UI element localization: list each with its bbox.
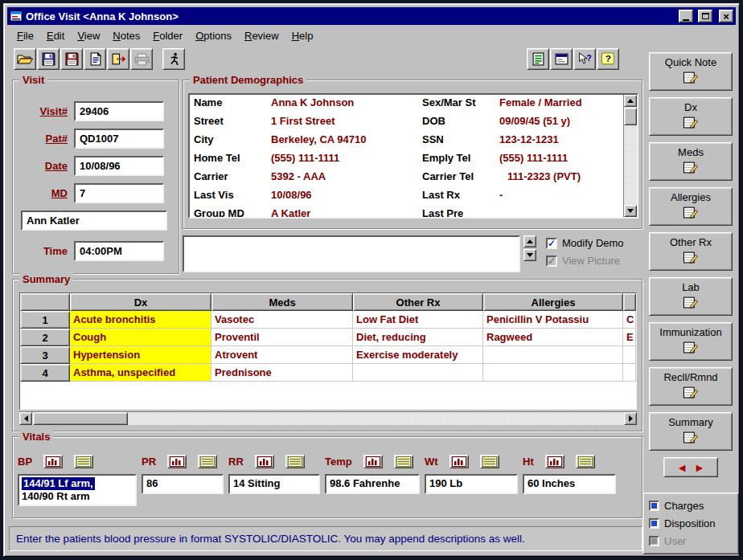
demographics-list[interactable]: NameAnna K JohnsonSex/Mar StFemale / Mar… bbox=[188, 93, 638, 219]
maximize-button[interactable] bbox=[698, 10, 712, 22]
sidebar-button-lab[interactable]: Lab bbox=[649, 277, 733, 316]
ht-flowsheet-button[interactable] bbox=[576, 455, 595, 468]
meds-cell[interactable]: Proventil bbox=[211, 329, 353, 346]
minimize-button[interactable] bbox=[679, 10, 693, 22]
row-number[interactable]: 1 bbox=[20, 311, 70, 329]
allergies-cell[interactable]: Ragweed bbox=[483, 329, 623, 346]
temp-field[interactable]: 98.6 Fahrenhe bbox=[325, 474, 420, 494]
modify-demo-checkbox[interactable]: ✓ Modify Demo bbox=[546, 237, 624, 249]
next-arrow-icon[interactable]: ► bbox=[694, 462, 705, 473]
notes-scroll-up-button[interactable] bbox=[523, 235, 536, 247]
date-field[interactable]: 10/08/96 bbox=[74, 156, 164, 176]
row-number[interactable]: 2 bbox=[20, 329, 70, 346]
visit-number-label[interactable]: Visit# bbox=[14, 105, 74, 117]
allergies-cell[interactable] bbox=[483, 346, 623, 364]
save-button[interactable] bbox=[37, 48, 60, 70]
disposition-checkbox[interactable]: Disposition bbox=[649, 516, 733, 530]
pr-graph-button[interactable] bbox=[167, 455, 187, 468]
column-header-dx[interactable]: Dx bbox=[70, 293, 211, 311]
demographics-scrollbar[interactable] bbox=[623, 95, 637, 217]
menu-options[interactable]: Options bbox=[189, 27, 238, 44]
sidebar-button-quick-note[interactable]: Quick Note bbox=[649, 52, 733, 91]
extra-cell[interactable]: E bbox=[623, 329, 636, 346]
new-note-button[interactable] bbox=[84, 48, 106, 70]
menu-view[interactable]: View bbox=[71, 27, 106, 44]
rr-flowsheet-button[interactable] bbox=[285, 455, 305, 468]
column-header-allergies[interactable]: Allergies bbox=[483, 293, 623, 311]
extra-cell[interactable]: C bbox=[623, 311, 636, 329]
checkbox-box[interactable] bbox=[649, 501, 659, 511]
notes-scroll-down-button[interactable] bbox=[523, 249, 536, 261]
bp-field[interactable]: 144/91 Lf arm, 140/90 Rt arm bbox=[18, 474, 137, 506]
rr-field[interactable]: 14 Sitting bbox=[228, 474, 320, 494]
sidebar-button-immunization[interactable]: Immunization bbox=[649, 322, 733, 361]
menu-edit[interactable]: Edit bbox=[40, 27, 71, 44]
temp-graph-button[interactable] bbox=[363, 455, 383, 468]
scrollbar-thumb[interactable] bbox=[33, 412, 128, 425]
prev-arrow-icon[interactable]: ◄ bbox=[676, 462, 688, 473]
other-rx-cell[interactable]: Exercise moderately bbox=[353, 346, 483, 364]
menu-folder[interactable]: Folder bbox=[146, 27, 189, 44]
sidebar-button-recall-remind[interactable]: Recll/Rmnd bbox=[649, 367, 733, 406]
time-field[interactable]: 04:00PM bbox=[74, 241, 164, 261]
dx-cell[interactable]: Acute bronchitis bbox=[70, 311, 211, 329]
visit-number-field[interactable]: 29406 bbox=[74, 101, 164, 121]
visit-list-button[interactable] bbox=[527, 48, 549, 70]
form-view-button[interactable] bbox=[550, 48, 573, 70]
column-header-meds[interactable]: Meds bbox=[211, 293, 353, 311]
wt-field[interactable]: 190 Lb bbox=[425, 474, 518, 494]
dx-cell[interactable]: Cough bbox=[70, 329, 211, 346]
context-help-button[interactable]: ? bbox=[573, 48, 596, 70]
sidebar-button-dx[interactable]: Dx bbox=[649, 97, 733, 136]
ht-field[interactable]: 60 Inches bbox=[523, 474, 616, 494]
wt-graph-button[interactable] bbox=[449, 455, 469, 468]
visit-notes-box[interactable] bbox=[183, 235, 520, 272]
nav-arrows-button[interactable]: ◄ ► bbox=[663, 457, 718, 477]
scroll-down-button[interactable] bbox=[624, 205, 637, 217]
save-notes-button[interactable] bbox=[60, 48, 83, 70]
bp-flowsheet-button[interactable] bbox=[74, 455, 93, 468]
extra-cell[interactable] bbox=[623, 364, 636, 382]
checkbox-box[interactable] bbox=[649, 518, 659, 529]
other-rx-cell[interactable]: Diet, reducing bbox=[353, 329, 483, 346]
menu-file[interactable]: File bbox=[10, 27, 40, 44]
exit-visit-button[interactable] bbox=[107, 48, 129, 70]
sidebar-button-other-rx[interactable]: Other Rx bbox=[649, 232, 733, 271]
wt-flowsheet-button[interactable] bbox=[480, 455, 499, 468]
menu-review[interactable]: Review bbox=[238, 27, 285, 44]
allergies-cell[interactable] bbox=[483, 364, 623, 382]
sidebar-button-summary[interactable]: Summary bbox=[649, 412, 733, 451]
meds-cell[interactable]: Prednisone bbox=[211, 364, 353, 382]
close-button[interactable]: × bbox=[719, 10, 733, 22]
meds-cell[interactable]: Vasotec bbox=[211, 311, 353, 329]
patient-number-field[interactable]: QD1007 bbox=[74, 129, 164, 149]
other-rx-cell[interactable] bbox=[353, 364, 483, 382]
ht-graph-button[interactable] bbox=[545, 455, 564, 468]
other-rx-cell[interactable]: Low Fat Diet bbox=[353, 311, 483, 329]
scroll-left-button[interactable] bbox=[19, 412, 32, 425]
summary-h-scrollbar[interactable] bbox=[19, 411, 637, 425]
sidebar-button-meds[interactable]: Meds bbox=[649, 142, 733, 181]
row-number[interactable]: 3 bbox=[20, 346, 70, 364]
help-button[interactable]: ? bbox=[597, 48, 619, 70]
bp-graph-button[interactable] bbox=[43, 455, 63, 468]
checkbox-box[interactable]: ✓ bbox=[546, 238, 557, 249]
allergies-cell[interactable]: Penicillin V Potassiu bbox=[483, 311, 623, 329]
row-number[interactable]: 4 bbox=[20, 364, 70, 382]
extra-cell[interactable] bbox=[623, 346, 636, 364]
patient-number-label[interactable]: Pat# bbox=[14, 133, 74, 145]
md-field[interactable]: 7 bbox=[74, 183, 164, 203]
meds-cell[interactable]: Atrovent bbox=[211, 346, 353, 364]
scroll-up-button[interactable] bbox=[624, 95, 637, 107]
sidebar-button-allergies[interactable]: Allergies bbox=[649, 187, 733, 226]
dx-cell[interactable]: Hypertension bbox=[70, 346, 211, 364]
run-task-button[interactable] bbox=[162, 48, 185, 70]
charges-checkbox[interactable]: Charges bbox=[649, 498, 733, 513]
menu-help[interactable]: Help bbox=[285, 27, 320, 44]
pr-field[interactable]: 86 bbox=[142, 474, 224, 494]
date-label[interactable]: Date bbox=[14, 160, 74, 172]
scrollbar-thumb[interactable] bbox=[624, 108, 637, 125]
menu-notes[interactable]: Notes bbox=[106, 27, 146, 44]
column-header-other-rx[interactable]: Other Rx bbox=[353, 293, 483, 311]
open-button[interactable] bbox=[14, 48, 36, 70]
